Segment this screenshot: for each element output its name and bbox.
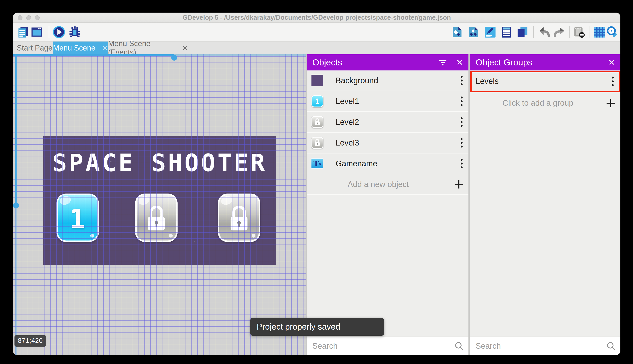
object-row-background[interactable]: Background xyxy=(307,70,468,91)
row-menu-icon[interactable] xyxy=(461,138,463,148)
toolbar-separator xyxy=(49,26,49,38)
vertical-scrollbar-thumb[interactable] xyxy=(15,54,17,206)
groups-search-input[interactable] xyxy=(476,337,588,355)
plus-icon[interactable] xyxy=(455,180,463,188)
tab-menu-scene[interactable]: Menu Scene xyxy=(53,42,108,54)
toggle-grid-icon[interactable] xyxy=(593,26,605,38)
project-manager-icon[interactable] xyxy=(18,26,30,38)
filter-icon[interactable] xyxy=(439,59,447,66)
row-menu-icon[interactable] xyxy=(461,159,463,168)
open-layers-list-icon[interactable] xyxy=(500,26,512,38)
vertical-scrollbar-handle[interactable] xyxy=(13,202,19,208)
debug-icon[interactable] xyxy=(69,26,81,38)
object-name: Level2 xyxy=(336,118,359,127)
horizontal-scrollbar[interactable] xyxy=(13,54,306,56)
objects-panel: Objects Background 1 Level1 xyxy=(307,54,468,355)
row-menu-icon[interactable] xyxy=(461,76,463,85)
svg-text:1:1: 1:1 xyxy=(609,30,614,33)
traffic-light-zoom-button[interactable] xyxy=(35,15,40,20)
object-row-level1[interactable]: 1 Level1 xyxy=(307,91,468,112)
objects-panel-header: Objects xyxy=(307,54,468,70)
open-objects-editor-icon[interactable] xyxy=(451,26,463,38)
text-object-thumbnail-icon: Tx xyxy=(311,158,323,170)
objects-search-input[interactable] xyxy=(312,337,434,355)
group-name: Levels xyxy=(476,77,499,86)
object-row-level2[interactable]: Level2 xyxy=(307,112,468,133)
search-icon xyxy=(606,341,616,351)
star-speck xyxy=(178,150,179,152)
edit-scene-properties-icon[interactable] xyxy=(484,26,496,38)
lock-thumbnail-icon xyxy=(311,116,323,128)
gdevelop-window: GDevelop 5 - /Users/dkarakay/Documents/G… xyxy=(13,12,620,355)
tab-start-page[interactable]: Start Page xyxy=(16,42,53,54)
object-name: Background xyxy=(336,76,378,85)
star-speck xyxy=(238,167,239,168)
preview-play-icon[interactable] xyxy=(53,26,65,38)
undo-icon[interactable] xyxy=(538,26,550,38)
add-object-row[interactable]: Add a new object xyxy=(307,174,468,195)
toolbar-separator xyxy=(569,26,570,38)
redo-icon[interactable] xyxy=(553,26,565,38)
editor-tab-bar: Start Page Menu Scene Menu Scene (Events… xyxy=(13,41,620,54)
scene-canvas[interactable]: SPACE SHOOTER 1 xyxy=(13,54,306,355)
object-name: Gamename xyxy=(336,159,377,168)
toggle-window-mask-icon[interactable] xyxy=(573,26,585,38)
title-bar: GDevelop 5 - /Users/dkarakay/Documents/G… xyxy=(13,12,620,23)
open-object-groups-icon[interactable] xyxy=(467,26,480,38)
zoom-1-1-icon[interactable]: 1:1 xyxy=(606,26,618,38)
close-icon[interactable] xyxy=(182,45,187,51)
row-menu-icon[interactable] xyxy=(461,97,463,106)
traffic-light-minimize-button[interactable] xyxy=(26,15,31,20)
panel-divider[interactable] xyxy=(468,54,470,355)
plus-icon[interactable] xyxy=(606,99,615,107)
toolbar-separator xyxy=(589,26,590,38)
tab-menu-scene-events[interactable]: Menu Scene (Events) xyxy=(108,42,187,54)
groups-search-bar xyxy=(470,336,620,355)
object-name: Level1 xyxy=(336,97,359,106)
add-group-row[interactable]: Click to add a group xyxy=(470,93,620,114)
tab-label: Menu Scene xyxy=(53,44,95,52)
lock-thumbnail-icon xyxy=(311,137,323,149)
tab-label: Start Page xyxy=(17,44,53,52)
add-group-label: Click to add a group xyxy=(502,98,588,108)
row-menu-icon[interactable] xyxy=(612,76,614,86)
close-icon[interactable] xyxy=(608,59,615,66)
window-title: GDevelop 5 - /Users/dkarakay/Documents/G… xyxy=(13,12,620,23)
close-icon[interactable] xyxy=(456,59,463,66)
horizontal-scrollbar-handle[interactable] xyxy=(171,55,177,60)
object-row-gamename[interactable]: Tx Gamename xyxy=(307,154,468,174)
traffic-light-close-button[interactable] xyxy=(18,15,23,20)
search-icon xyxy=(454,341,464,351)
open-instances-list-icon[interactable] xyxy=(516,26,528,38)
star-speck xyxy=(110,161,111,162)
objects-panel-title: Objects xyxy=(312,58,342,68)
vertical-scrollbar[interactable] xyxy=(15,54,17,355)
background-thumbnail-icon xyxy=(311,75,323,86)
editor-content: SPACE SHOOTER 1 xyxy=(13,54,620,355)
object-row-level3[interactable]: Level3 xyxy=(307,133,468,154)
horizontal-scrollbar-thumb[interactable] xyxy=(13,54,174,56)
row-menu-icon[interactable] xyxy=(461,118,463,127)
toolbar-separator xyxy=(533,26,534,38)
group-row-levels[interactable]: Levels xyxy=(470,71,620,92)
object-name: Level3 xyxy=(336,138,359,148)
main-toolbar: 1:1 xyxy=(13,23,620,41)
level1-number: 1 xyxy=(58,196,97,242)
level2-locked-button-instance[interactable] xyxy=(135,194,178,242)
add-object-label: Add a new object xyxy=(348,180,428,189)
object-groups-panel-title: Object Groups xyxy=(476,58,532,68)
level1-thumbnail-icon: 1 xyxy=(311,96,323,107)
level3-locked-button-instance[interactable] xyxy=(218,194,260,242)
save-toast: Project properly saved xyxy=(250,318,384,336)
cursor-coordinates-badge: 871;420 xyxy=(15,335,46,346)
star-speck xyxy=(194,241,195,242)
level1-button-instance[interactable]: 1 xyxy=(57,194,99,242)
desktop-background: GDevelop 5 - /Users/dkarakay/Documents/G… xyxy=(0,0,633,364)
lock-icon xyxy=(227,206,251,232)
close-icon[interactable] xyxy=(103,45,108,51)
object-groups-panel-header: Object Groups xyxy=(470,54,620,70)
toast-message: Project properly saved xyxy=(257,322,340,332)
game-title-text-object[interactable]: SPACE SHOOTER xyxy=(43,149,276,177)
scene-background-object[interactable]: SPACE SHOOTER 1 xyxy=(43,136,276,264)
start-page-icon[interactable] xyxy=(31,26,43,38)
